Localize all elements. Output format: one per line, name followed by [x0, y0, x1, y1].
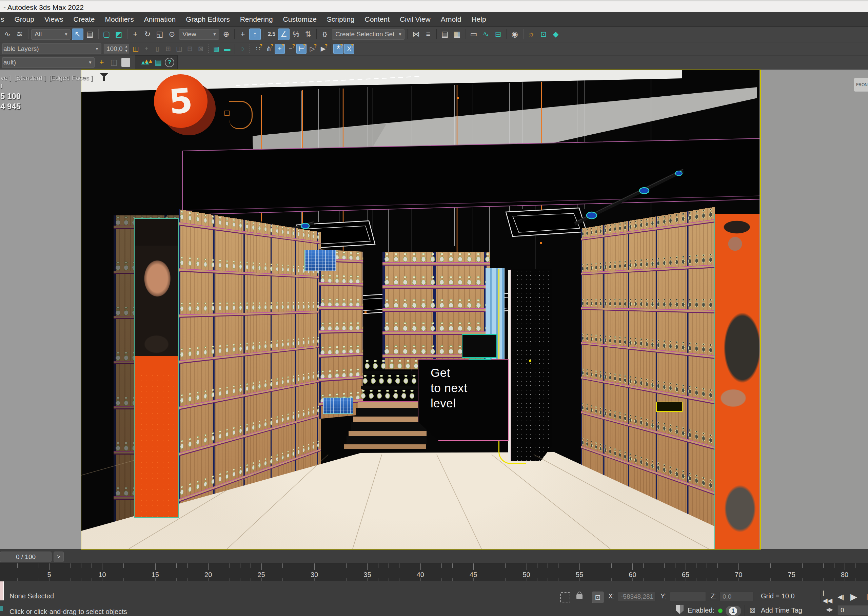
snap-to-face-icon[interactable]: ▶? — [318, 44, 328, 54]
snap-to-point-icon[interactable]: +? — [275, 44, 285, 54]
current-layer-dropdown[interactable]: ault)▼ — [2, 57, 95, 68]
absolute-mode-icon[interactable]: ⊡ — [592, 592, 603, 603]
menu-item-group[interactable]: Group — [9, 12, 39, 27]
wall-monitor[interactable] — [462, 334, 497, 358]
spinner-snap-icon[interactable]: ⇅ — [302, 28, 314, 40]
poster-woman[interactable] — [714, 214, 760, 549]
menu-item-scripting[interactable]: Scripting — [322, 12, 360, 27]
named-selection-set-dropdown[interactable]: Create Selection Set▼ — [332, 29, 404, 40]
snap-to-grid-icon[interactable]: ∷? — [253, 44, 263, 54]
select-and-manipulate-icon[interactable]: + — [237, 28, 249, 40]
notes-icon[interactable]: ▤ — [153, 57, 164, 68]
autogrid-icon[interactable]: ▦ — [211, 44, 221, 54]
previous-frame-button[interactable]: ◀| — [835, 591, 846, 602]
bind-to-space-warp-icon[interactable]: ≋ — [14, 28, 25, 40]
menu-item-civil-view[interactable]: Civil View — [395, 12, 436, 27]
delete-layer-icon[interactable]: ▯ — [152, 44, 162, 54]
center-left-shelf[interactable] — [319, 249, 363, 419]
blue-product-boxes-lower[interactable] — [323, 398, 353, 414]
play-button[interactable]: ▶ — [848, 591, 859, 602]
layer-stack-icon[interactable]: ◫ — [108, 57, 120, 68]
select-layer-objects-icon[interactable]: ◫ — [174, 44, 184, 54]
mirror-icon[interactable]: ⋈ — [410, 28, 422, 40]
viewcube[interactable]: FRON — [854, 78, 868, 92]
selection-lock-icon[interactable] — [577, 594, 583, 599]
stepped-display[interactable] — [363, 359, 427, 452]
select-by-name-icon[interactable]: ▤ — [84, 28, 96, 40]
menu-item-modifiers[interactable]: Modifiers — [100, 12, 139, 27]
menu-item-create[interactable]: Create — [69, 12, 100, 27]
transparency-spinner[interactable]: 100,0▲▼ — [103, 44, 129, 54]
spinner-arrows-icon[interactable]: ▲▼ — [125, 44, 128, 53]
time-slider[interactable]: 0 / 100 — [0, 552, 52, 562]
manage-layers-icon[interactable]: ◫ — [130, 44, 141, 54]
go-to-start-button[interactable]: |◀◀ — [823, 591, 834, 602]
populate-icon[interactable]: ▲▲ — [138, 57, 152, 68]
snap-to-vertex-icon[interactable]: ▷? — [307, 44, 317, 54]
soft-selection-icon[interactable]: ◌ — [237, 44, 248, 54]
measure-distance-icon[interactable]: ▬ — [222, 44, 232, 54]
material-editor-icon[interactable]: ◉ — [509, 28, 520, 40]
set-current-layer-icon[interactable]: ⊟ — [185, 44, 195, 54]
snap-override-icon[interactable]: X? — [344, 44, 354, 54]
next-frame-playback-button[interactable]: || — [863, 591, 868, 602]
render-production-icon[interactable]: ◆ — [550, 28, 561, 40]
viewport-label[interactable]: ve ][Standard ][Edged Faces ] — [1, 74, 96, 82]
add-time-tag[interactable]: Add Time Tag — [761, 607, 802, 614]
select-and-place-icon[interactable]: ⊙ — [166, 28, 178, 40]
select-object-icon[interactable]: ↖ — [72, 28, 83, 40]
menu-item-rendering[interactable]: Rendering — [235, 12, 278, 27]
create-new-layer-icon[interactable]: + — [141, 44, 152, 54]
menu-item-graph-editors[interactable]: Graph Editors — [181, 12, 235, 27]
menu-item-arnold[interactable]: Arnold — [436, 12, 467, 27]
selection-region-icon[interactable] — [560, 592, 570, 602]
create-layer-icon[interactable]: + — [96, 57, 108, 68]
ribbon-icon[interactable]: ▭ — [468, 28, 479, 40]
layer-properties-icon[interactable]: ⊠ — [196, 44, 206, 54]
maxscript-listener-edge[interactable] — [0, 581, 4, 600]
edit-named-selection-sets-icon[interactable]: {} — [319, 28, 331, 40]
select-and-link-icon[interactable]: ∿ — [2, 28, 13, 40]
reference-coordinate-system-dropdown[interactable]: View▼ — [179, 29, 219, 40]
key-mode-toggle[interactable]: ◀▶ — [826, 607, 832, 613]
menu-item-content[interactable]: Content — [360, 12, 395, 27]
y-coordinate-field[interactable] — [670, 592, 706, 602]
curve-editor-icon[interactable]: ∿ — [480, 28, 492, 40]
snap-to-edge-icon[interactable]: −? — [285, 44, 296, 54]
checkout-counter[interactable]: Getto nextlevel — [418, 359, 509, 441]
render-setup-icon[interactable]: ☼ — [526, 28, 537, 40]
keyboard-shortcut-override-icon[interactable]: ↑ — [249, 28, 261, 40]
snap-frozen-icon[interactable]: *? — [333, 44, 343, 54]
enabled-count-badge[interactable]: 1 — [725, 606, 741, 616]
logo-hook-wireframe[interactable] — [229, 101, 252, 129]
snaps-toggle-icon[interactable]: 2.5 — [266, 28, 277, 40]
poster-man[interactable] — [134, 218, 179, 518]
window-crossing-icon[interactable]: ◩ — [113, 28, 124, 40]
help-icon[interactable]: ? — [165, 58, 174, 67]
snap-to-pivot-icon[interactable]: ⋔? — [264, 44, 274, 54]
menu-item-s[interactable]: s — [0, 12, 9, 27]
shield-icon[interactable] — [676, 605, 683, 614]
layers-list-dropdown[interactable]: able Layers)▼ — [2, 43, 101, 54]
layer-explorer-icon[interactable]: ▦ — [451, 28, 463, 40]
timeline-ruler[interactable]: 5101520253035404550556065707580 — [0, 563, 868, 581]
dope-sheet-icon[interactable]: ⊟ — [492, 28, 504, 40]
blue-product-boxes-top[interactable] — [304, 250, 336, 271]
menu-item-customize[interactable]: Customize — [278, 12, 322, 27]
add-to-current-layer-icon[interactable]: ⊞ — [163, 44, 173, 54]
x-coordinate-field[interactable]: -58348,281 — [618, 592, 656, 602]
menu-item-views[interactable]: Views — [39, 12, 69, 27]
next-frame-button[interactable]: > — [53, 552, 64, 562]
current-frame-field[interactable]: 0 — [837, 605, 868, 615]
selection-filter-dropdown[interactable]: All▼ — [31, 29, 71, 40]
z-coordinate-field[interactable]: 0,0 — [719, 592, 754, 602]
rectangular-selection-region-icon[interactable]: ▢ — [101, 28, 112, 40]
angle-snap-icon[interactable]: ∠ — [278, 28, 290, 40]
align-icon[interactable]: ≡ — [423, 28, 434, 40]
menu-item-help[interactable]: Help — [466, 12, 491, 27]
scene-explorer-icon[interactable]: ▤ — [439, 28, 451, 40]
camera-view[interactable]: 5 — [81, 69, 760, 549]
select-and-rotate-icon[interactable]: ↻ — [142, 28, 153, 40]
percent-snap-icon[interactable]: % — [290, 28, 302, 40]
select-and-move-icon[interactable]: + — [130, 28, 141, 40]
